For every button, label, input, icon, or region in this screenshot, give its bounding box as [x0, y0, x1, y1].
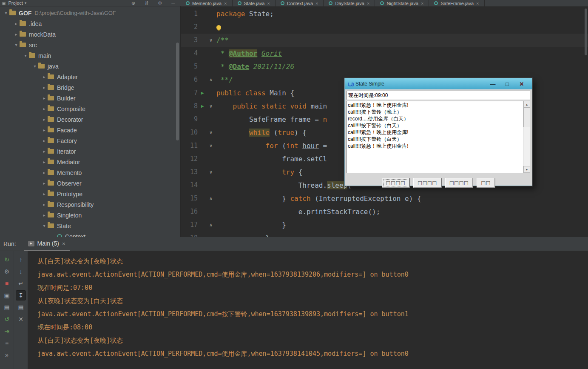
fold-end-icon[interactable]: ∧: [207, 73, 215, 86]
down-stacktrace-icon[interactable]: ↓: [16, 266, 26, 277]
tool-window-icon[interactable]: ▣: [2, 1, 6, 6]
tree-item-main[interactable]: ▾main: [0, 50, 180, 61]
chevron-right-icon[interactable]: ▸: [41, 213, 48, 217]
clear-console-icon[interactable]: ✕: [16, 314, 26, 324]
tree-item-mockdata[interactable]: ▸mockData: [0, 29, 180, 40]
tab-close-icon[interactable]: ×: [224, 1, 227, 6]
project-header-title[interactable]: Project: [8, 0, 23, 6]
chevron-right-icon[interactable]: ▸: [41, 85, 48, 90]
tree-item-context[interactable]: Context: [0, 231, 180, 237]
tree-item-decorator[interactable]: ▸Decorator: [0, 114, 180, 125]
editor-tab-daystate-java[interactable]: DayState.java×: [324, 0, 375, 6]
coverage-icon[interactable]: ▣: [2, 290, 12, 300]
editor-tab-state-java[interactable]: State.java×: [233, 0, 276, 6]
tree-item-bridge[interactable]: ▸Bridge: [0, 82, 180, 93]
window-menu-icon[interactable]: ≡: [2, 338, 12, 348]
settings-wrench-icon[interactable]: ⚙: [2, 266, 12, 277]
tree-item-adapter[interactable]: ▸Adapter: [0, 72, 180, 82]
chevron-down-icon[interactable]: ▾: [22, 53, 29, 58]
chevron-right-icon[interactable]: ▸: [41, 96, 48, 100]
swing-button-3[interactable]: □□: [477, 178, 495, 188]
soft-wrap-icon[interactable]: ↵: [16, 278, 26, 289]
scroll-to-end-icon[interactable]: ↧: [16, 290, 26, 300]
settings-gear-icon[interactable]: ⚙: [158, 0, 162, 6]
tree-item-src[interactable]: ▾src: [0, 40, 180, 50]
chevron-right-icon[interactable]: ▸: [41, 106, 48, 111]
swing-button-0[interactable]: □□□□: [382, 178, 410, 188]
editor-tab-context-java[interactable]: Context.java×: [276, 0, 324, 6]
chevron-down-icon[interactable]: ▾: [41, 223, 48, 228]
tab-close-icon[interactable]: ×: [267, 1, 270, 6]
chevron-right-icon[interactable]: ▸: [41, 74, 48, 79]
up-stacktrace-icon[interactable]: ↑: [16, 255, 26, 265]
swing-button-1[interactable]: □□□□: [413, 178, 441, 188]
tab-close-icon[interactable]: ×: [367, 1, 369, 6]
tab-close-icon[interactable]: ×: [421, 1, 423, 6]
chevron-right-icon[interactable]: ▸: [41, 202, 48, 207]
chevron-down-icon[interactable]: ▾: [31, 64, 38, 69]
chevron-right-icon[interactable]: ▸: [13, 32, 20, 37]
locate-icon[interactable]: ⊕: [131, 0, 135, 6]
tree-item-responsibility[interactable]: ▸Responsibility: [0, 199, 180, 210]
profiler-icon[interactable]: ↺: [2, 314, 12, 324]
print-console-icon[interactable]: ▤: [16, 302, 26, 312]
chevron-down-icon[interactable]: ▾: [25, 1, 27, 5]
editor-scrollbar-thumb[interactable]: [585, 9, 587, 55]
fold-open-icon[interactable]: ∨: [207, 100, 215, 113]
editor-tab-safeframe-java[interactable]: SafeFrame.java×: [429, 0, 484, 6]
state-simple-window[interactable]: State Simple — □ ✕ 现在时间是:09:00 call!!!!紧…: [344, 78, 532, 186]
tree-item-memento[interactable]: ▸Memento: [0, 167, 180, 178]
chevron-right-icon[interactable]: ▸: [41, 117, 48, 122]
tree-item-composite[interactable]: ▸Composite: [0, 103, 180, 114]
tree-item-factory[interactable]: ▸Factory: [0, 135, 180, 146]
tree-item-facade[interactable]: ▸Facade: [0, 125, 180, 135]
chevron-down-icon[interactable]: ▾: [3, 11, 9, 15]
tree-item-state[interactable]: ▾State: [0, 220, 180, 231]
run-gutter-icon[interactable]: ▶: [198, 100, 207, 113]
hide-panel-icon[interactable]: ─: [171, 0, 175, 6]
chevron-right-icon[interactable]: ▸: [41, 128, 48, 132]
window-titlebar[interactable]: State Simple — □ ✕: [345, 78, 532, 89]
textarea-scrollbar[interactable]: ▲ ▼: [523, 101, 530, 173]
editor-tab-memento-java[interactable]: Memento.java×: [181, 0, 233, 6]
tree-item-builder[interactable]: ▸Builder: [0, 93, 180, 103]
maximize-icon[interactable]: □: [500, 81, 514, 87]
log-textarea[interactable]: call!!!!紧急！晚上使用金库!call!!!!按下警铃（晚上）record…: [347, 101, 530, 173]
rerun-icon[interactable]: ↻: [2, 255, 12, 265]
run-gutter-icon[interactable]: ▶: [198, 86, 207, 100]
chevron-right-icon[interactable]: ▸: [41, 138, 48, 143]
fold-open-icon[interactable]: ∨: [207, 126, 215, 139]
scroll-up-icon[interactable]: ▲: [523, 101, 530, 108]
time-field[interactable]: 现在时间是:09:00: [347, 91, 530, 100]
tab-close-icon[interactable]: ×: [476, 1, 479, 6]
intention-bulb-icon[interactable]: [216, 25, 221, 30]
tree-item-idea[interactable]: ▸.idea: [0, 18, 180, 29]
tree-item-singleton[interactable]: ▸Singleton: [0, 210, 180, 220]
project-root[interactable]: ▾GOFD:\project\Coding-with-Java\GOF: [0, 8, 180, 18]
swing-button-2[interactable]: □□□□: [445, 178, 473, 188]
chevron-right-icon[interactable]: ▸: [41, 170, 48, 175]
chevron-right-icon[interactable]: ▸: [41, 149, 48, 154]
more-tool-windows-icon[interactable]: »: [2, 350, 12, 360]
chevron-right-icon[interactable]: ▸: [41, 192, 48, 196]
run-tab-main[interactable]: ▶ Main (5) ×: [24, 237, 70, 251]
project-scrollbar-thumb[interactable]: [176, 43, 179, 140]
chevron-right-icon[interactable]: ▸: [41, 160, 48, 164]
stop-icon[interactable]: ■: [2, 278, 12, 289]
tree-item-iterator[interactable]: ▸Iterator: [0, 146, 180, 157]
console-output[interactable]: 从[白天]状态变为[夜晚]状态java.awt.event.ActionEven…: [28, 251, 588, 369]
fold-open-icon[interactable]: ∨: [207, 139, 215, 152]
scrollbar-thumb[interactable]: [523, 108, 530, 127]
close-icon[interactable]: ✕: [514, 81, 529, 87]
tree-item-mediator[interactable]: ▸Mediator: [0, 157, 180, 167]
expand-collapse-icon[interactable]: ⇵: [145, 0, 148, 6]
editor-tab-nightstate-java[interactable]: NightState.java×: [375, 0, 429, 6]
chevron-down-icon[interactable]: ▾: [13, 43, 20, 47]
tab-close-icon[interactable]: ×: [315, 1, 318, 6]
tree-item-observer[interactable]: ▸Observer: [0, 178, 180, 189]
fold-end-icon[interactable]: ∧: [207, 218, 215, 232]
scroll-down-icon[interactable]: ▼: [523, 166, 530, 173]
printer-icon[interactable]: ▤: [2, 302, 12, 312]
fold-open-icon[interactable]: ∨: [207, 34, 215, 47]
tree-item-java[interactable]: ▾java: [0, 61, 180, 72]
